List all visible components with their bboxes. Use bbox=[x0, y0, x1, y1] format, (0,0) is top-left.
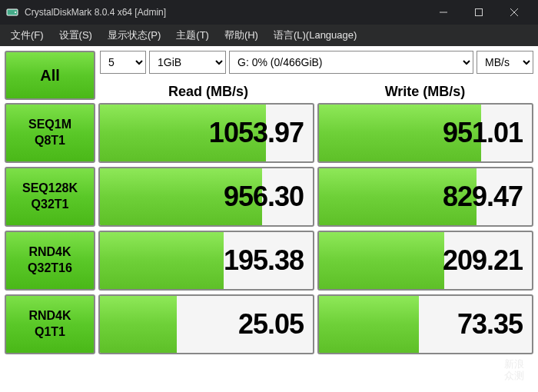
content-area: All 5 1GiB G: 0% (0/466GiB) MB/s Read (M… bbox=[0, 46, 538, 392]
test-label-line2: Q1T1 bbox=[35, 324, 65, 341]
menu-help[interactable]: 帮助(H) bbox=[217, 25, 266, 45]
test-label-line1: RND4K bbox=[28, 244, 71, 261]
unit-select[interactable]: MB/s bbox=[477, 51, 533, 74]
test-button-1[interactable]: SEQ128KQ32T1 bbox=[5, 167, 95, 227]
svg-rect-3 bbox=[476, 9, 483, 16]
menu-theme[interactable]: 主题(T) bbox=[168, 25, 217, 45]
test-label-line2: Q32T16 bbox=[28, 261, 72, 277]
menu-language[interactable]: 语言(L)(Language) bbox=[266, 25, 364, 45]
test-row: RND4KQ1T125.0573.35 bbox=[5, 294, 533, 354]
test-button-3[interactable]: RND4KQ1T1 bbox=[5, 294, 95, 354]
read-value: 956.30 bbox=[224, 181, 304, 213]
size-select[interactable]: 1GiB bbox=[149, 51, 226, 74]
app-icon bbox=[6, 6, 18, 18]
read-value: 25.05 bbox=[238, 308, 304, 341]
test-button-2[interactable]: RND4KQ32T16 bbox=[5, 231, 95, 291]
drive-select[interactable]: G: 0% (0/466GiB) bbox=[229, 51, 473, 74]
read-header: Read (MB/s) bbox=[100, 80, 317, 103]
menu-file[interactable]: 文件(F) bbox=[3, 25, 51, 45]
read-value-cell: 25.05 bbox=[98, 294, 314, 354]
test-row: SEQ128KQ32T1956.30829.47 bbox=[5, 167, 533, 227]
titlebar: CrystalDiskMark 8.0.4 x64 [Admin] bbox=[0, 0, 538, 25]
test-label-line1: RND4K bbox=[28, 308, 71, 324]
read-value-cell: 1053.97 bbox=[98, 103, 314, 163]
write-value: 951.01 bbox=[443, 117, 523, 149]
test-label-line2: Q8T1 bbox=[35, 133, 65, 149]
test-button-0[interactable]: SEQ1MQ8T1 bbox=[5, 103, 95, 163]
write-header: Write (MB/s) bbox=[317, 80, 533, 103]
read-bar bbox=[100, 296, 177, 353]
test-label-line1: SEQ1M bbox=[28, 117, 71, 133]
read-value: 195.38 bbox=[224, 244, 304, 277]
write-value: 73.35 bbox=[457, 308, 523, 341]
menu-settings[interactable]: 设置(S) bbox=[51, 25, 100, 45]
write-value: 209.21 bbox=[443, 244, 523, 277]
close-button[interactable] bbox=[496, 0, 532, 25]
menu-display[interactable]: 显示状态(P) bbox=[100, 25, 168, 45]
write-bar bbox=[319, 232, 444, 289]
read-value: 1053.97 bbox=[209, 117, 304, 149]
write-value-cell: 209.21 bbox=[317, 231, 533, 291]
test-label-line2: Q32T1 bbox=[32, 197, 69, 213]
write-value-cell: 73.35 bbox=[317, 294, 533, 354]
maximize-button[interactable] bbox=[461, 0, 496, 25]
count-select[interactable]: 5 bbox=[100, 51, 146, 74]
read-bar bbox=[100, 232, 224, 289]
write-bar bbox=[319, 296, 419, 353]
write-value-cell: 951.01 bbox=[317, 103, 533, 163]
test-row: RND4KQ32T16195.38209.21 bbox=[5, 231, 533, 291]
window-title: CrystalDiskMark 8.0.4 x64 [Admin] bbox=[25, 7, 426, 18]
write-value-cell: 829.47 bbox=[317, 167, 533, 227]
read-value-cell: 956.30 bbox=[98, 167, 314, 227]
test-label-line1: SEQ128K bbox=[22, 181, 78, 197]
read-value-cell: 195.38 bbox=[98, 231, 314, 291]
menubar: 文件(F) 设置(S) 显示状态(P) 主题(T) 帮助(H) 语言(L)(La… bbox=[0, 25, 538, 46]
svg-point-1 bbox=[15, 12, 16, 13]
test-row: SEQ1MQ8T11053.97951.01 bbox=[5, 103, 533, 163]
minimize-button[interactable] bbox=[426, 0, 461, 25]
write-value: 829.47 bbox=[443, 181, 523, 213]
